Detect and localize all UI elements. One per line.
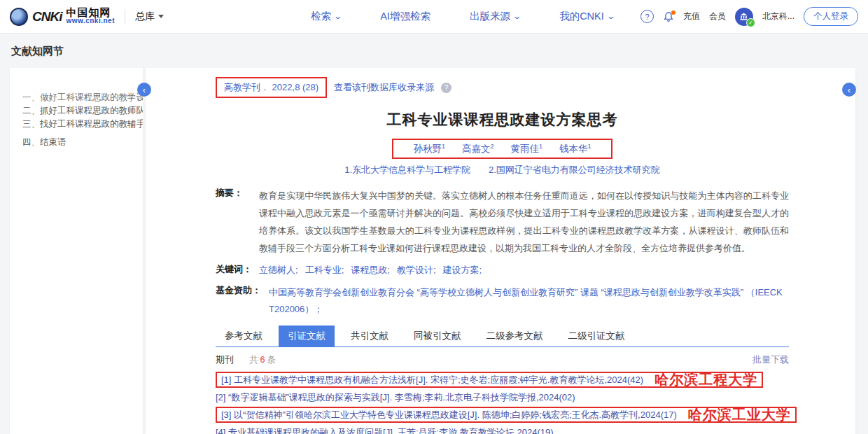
citation-link[interactable]: [1] 工科专业课教学中课程思政有机融合方法浅析[J]. 宋得宁;史冬岩;应丽霞… [221, 374, 643, 386]
article-panel: 高教学刊． 2022,8 (28) 查看该刊数据库收录来源 ? 工科专业课课程思… [146, 68, 855, 434]
nav-item-出版来源[interactable]: 出版来源⌄ [470, 10, 520, 23]
nav-item-label: AI增强检索 [380, 10, 430, 23]
chevron-down-icon: ⌄ [333, 12, 342, 21]
annotation-box-citation: [3] 以“贺信精神”引领哈尔滨工业大学特色专业课课程思政建设[J]. 陈德坤;… [216, 407, 797, 423]
caret-down-icon [158, 15, 164, 18]
affiliations: 1.东北大学信息科学与工程学院 2.国网辽宁省电力有限公司经济技术研究院 [216, 164, 789, 176]
chevron-down-icon: ⌄ [512, 12, 522, 21]
institution-name[interactable]: 北京科... [762, 10, 794, 22]
right-panel-collapse-button[interactable]: ‹ [842, 83, 856, 97]
tab-参考文献[interactable]: 参考文献 [216, 326, 272, 346]
author-link[interactable]: 黄雨佳1 [511, 144, 543, 154]
outline-item-2[interactable]: 二、抓好工科课程思政的教师队伍 [22, 104, 137, 118]
top-navbar: CNKi 中国知网 www.cnki.net 总库 检索⌄AI增强检索出版来源⌄… [0, 0, 868, 34]
header-nav: 检索⌄AI增强检索出版来源⌄我的CNKI⌄ [311, 10, 614, 23]
outline-sidebar: 一、做好工科课程思政的教学设计二、抓好工科课程思政的教师队伍三、找好工科课程思政… [10, 68, 143, 434]
keywords-label: 关键词： [216, 263, 259, 276]
cnki-logo[interactable]: CNKi 中国知网 www.cnki.net [10, 8, 115, 26]
cnki-globe-icon [10, 8, 28, 26]
nav-item-label: 我的CNKI [559, 10, 604, 23]
nav-item-我的CNKI[interactable]: 我的CNKI⌄ [559, 10, 614, 23]
citation-row-1: [1] 工科专业课教学中课程思政有机融合方法浅析[J]. 宋得宁;史冬岩;应丽霞… [216, 371, 789, 388]
nav-item-检索[interactable]: 检索⌄ [311, 10, 341, 23]
citation-list: [1] 工科专业课教学中课程思政有机融合方法浅析[J]. 宋得宁;史冬岩;应丽霞… [216, 371, 789, 434]
member-link[interactable]: 会员 [709, 10, 726, 22]
outline-item-1[interactable]: 一、做好工科课程思政的教学设计 [22, 91, 137, 104]
header-right: ? 充值 会员 ✓ 北京科... 个 [640, 7, 858, 26]
article-title: 工科专业课课程思政建设方案思考 [216, 110, 789, 130]
institution-avatar[interactable]: ✓ [735, 8, 753, 26]
header-divider [125, 9, 125, 24]
keyword-link[interactable]: 建设方案; [443, 265, 482, 275]
journal-link[interactable]: 高教学刊． 2022,8 (28) [224, 81, 318, 94]
abstract-block: 摘要： 教育是实现中华民族伟大复兴中国梦的关键。落实立德树人的根本任务任重而道远… [216, 187, 789, 257]
fund-text[interactable]: 中国高等教育学会创新创业教育分会 “高等学校立德树人与创新创业教育研究” 课题 … [269, 284, 789, 318]
nav-item-label: 检索 [311, 10, 331, 23]
keyword-link[interactable]: 立德树人; [259, 265, 298, 275]
annotation-box-citation: [1] 工科专业课教学中课程思政有机融合方法浅析[J]. 宋得宁;史冬岩;应丽霞… [216, 372, 763, 388]
citation-link[interactable]: [2] “数字逻辑基础”课程思政的探索与实践[J]. 李雪梅;李莉.北京电子科技… [216, 391, 575, 404]
cnki-logo-mark: CNKi [32, 9, 62, 24]
verified-check-icon: ✓ [746, 18, 755, 27]
cnki-logo-brand: 中国知网 [66, 8, 115, 17]
keyword-link[interactable]: 教学设计; [397, 265, 436, 275]
keywords-block: 关键词： 立德树人;工科专业;课程思政;教学设计;建设方案; [216, 263, 789, 276]
journal-row: 高教学刊． 2022,8 (28) 查看该刊数据库收录来源 ? [216, 77, 789, 98]
citation-row-2: [2] “数字逻辑基础”课程思政的探索与实践[J]. 李雪梅;李莉.北京电子科技… [216, 388, 789, 406]
abstract-label: 摘要： [216, 187, 259, 257]
author-link[interactable]: 孙秋野1 [413, 144, 445, 154]
repository-switcher[interactable]: 总库 [135, 10, 164, 23]
source-type-filter[interactable]: 期刊 [216, 354, 234, 366]
annotation-box-journal: 高教学刊． 2022,8 (28) [216, 77, 327, 98]
help-icon[interactable]: ? [640, 10, 654, 23]
tab-共引文献[interactable]: 共引文献 [342, 326, 398, 346]
tab-二级引证文献[interactable]: 二级引证文献 [559, 326, 634, 346]
recharge-link[interactable]: 充值 [683, 10, 700, 22]
citation-row-4: [4] 专业基础课课程思政的融入及浓度问题[J]. 王芳;吕跃;李游.教育教学论… [216, 424, 789, 434]
keyword-link[interactable]: 工科专业; [305, 265, 344, 275]
annotation-box-authors: 孙秋野1高嘉文2黄雨佳1钱本华1 [392, 139, 612, 159]
nav-item-label: 出版来源 [470, 10, 510, 23]
author-link[interactable]: 高嘉文2 [462, 144, 494, 154]
citation-row-3: [3] 以“贺信精神”引领哈尔滨工业大学特色专业课课程思政建设[J]. 陈德坤;… [216, 406, 789, 424]
notification-dot [671, 10, 676, 15]
personal-login-button[interactable]: 个人登录 [804, 7, 858, 26]
tab-引证文献[interactable]: 引证文献 [279, 326, 335, 346]
outline-item-4[interactable]: 四、结束语 [22, 136, 137, 149]
outline-item-3[interactable]: 三、找好工科课程思政的教辅手段 [22, 118, 137, 131]
tab-同被引文献[interactable]: 同被引文献 [405, 326, 470, 346]
keywords-list: 立德树人;工科专业;课程思政;教学设计;建设方案; [259, 263, 489, 276]
fund-label: 基金资助： [216, 284, 269, 318]
outline-list: 一、做好工科课程思政的教学设计二、抓好工科课程思政的教师队伍三、找好工科课程思政… [10, 91, 143, 149]
repository-label: 总库 [135, 10, 155, 23]
journal-source-link[interactable]: 查看该刊数据库收录来源 [334, 81, 434, 94]
page-title: 文献知网节 [11, 45, 64, 58]
cnki-logo-url: www.cnki.net [66, 17, 115, 25]
result-count: 共6条 [249, 354, 276, 366]
tab-二级参考文献[interactable]: 二级参考文献 [477, 326, 552, 346]
sidebar-collapse-button[interactable]: ‹ [137, 83, 151, 97]
citation-tabs: 参考文献引证文献共引文献同被引文献二级参考文献二级引证文献 [216, 326, 789, 347]
authors-row: 孙秋野1高嘉文2黄雨佳1钱本华1 [216, 139, 789, 159]
citation-list-header: 期刊 共6条 批量下载 [216, 354, 789, 366]
annotation-text: 哈尔滨工程大学 [654, 370, 757, 389]
question-mark-icon[interactable]: ? [441, 83, 451, 93]
citation-link[interactable]: [3] 以“贺信精神”引领哈尔滨工业大学特色专业课课程思政建设[J]. 陈德坤;… [221, 409, 677, 421]
author-link[interactable]: 钱本华1 [559, 144, 592, 154]
annotation-text: 哈尔滨工业大学 [688, 405, 791, 424]
chevron-down-icon: ⌄ [606, 12, 615, 21]
page: CNKi 中国知网 www.cnki.net 总库 检索⌄AI增强检索出版来源⌄… [0, 0, 868, 434]
batch-download-button[interactable]: 批量下载 [752, 354, 789, 366]
notification-bell[interactable] [663, 11, 674, 22]
nav-item-AI增强检索[interactable]: AI增强检索 [380, 10, 430, 23]
citation-link[interactable]: [4] 专业基础课课程思政的融入及浓度问题[J]. 王芳;吕跃;李游.教育教学论… [216, 426, 554, 434]
fund-block: 基金资助： 中国高等教育学会创新创业教育分会 “高等学校立德树人与创新创业教育研… [216, 284, 789, 318]
abstract-text: 教育是实现中华民族伟大复兴中国梦的关键。落实立德树人的根本任务任重而道远，如何在… [259, 187, 789, 257]
keyword-link[interactable]: 课程思政; [351, 265, 390, 275]
